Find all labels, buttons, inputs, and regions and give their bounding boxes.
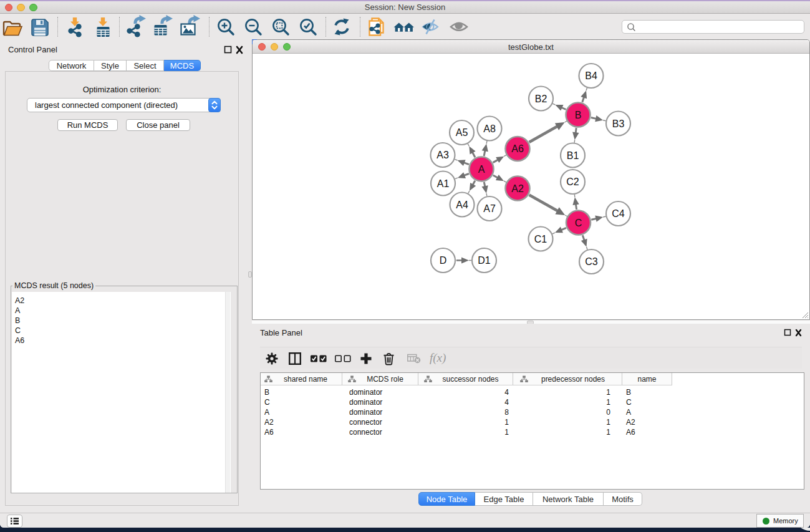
svg-text:A1: A1 <box>437 178 450 189</box>
svg-text:A4: A4 <box>456 200 468 210</box>
svg-text:A: A <box>478 164 485 175</box>
svg-text:C1: C1 <box>534 234 547 244</box>
svg-text:D1: D1 <box>478 255 491 266</box>
svg-text:A6: A6 <box>511 143 524 154</box>
svg-text:B2: B2 <box>535 94 547 104</box>
svg-text:C: C <box>575 218 582 228</box>
svg-text:A8: A8 <box>483 123 496 134</box>
svg-text:B4: B4 <box>585 70 597 81</box>
svg-text:A3: A3 <box>436 150 449 160</box>
svg-text:D: D <box>440 255 447 266</box>
svg-text:A7: A7 <box>483 203 496 214</box>
svg-text:B3: B3 <box>612 118 625 129</box>
svg-text:A5: A5 <box>456 127 468 138</box>
svg-text:C3: C3 <box>585 256 598 267</box>
svg-text:C2: C2 <box>566 177 579 187</box>
svg-text:B1: B1 <box>567 150 579 161</box>
svg-text:C4: C4 <box>612 208 625 219</box>
svg-text:B: B <box>575 110 582 120</box>
svg-text:A2: A2 <box>511 183 524 194</box>
